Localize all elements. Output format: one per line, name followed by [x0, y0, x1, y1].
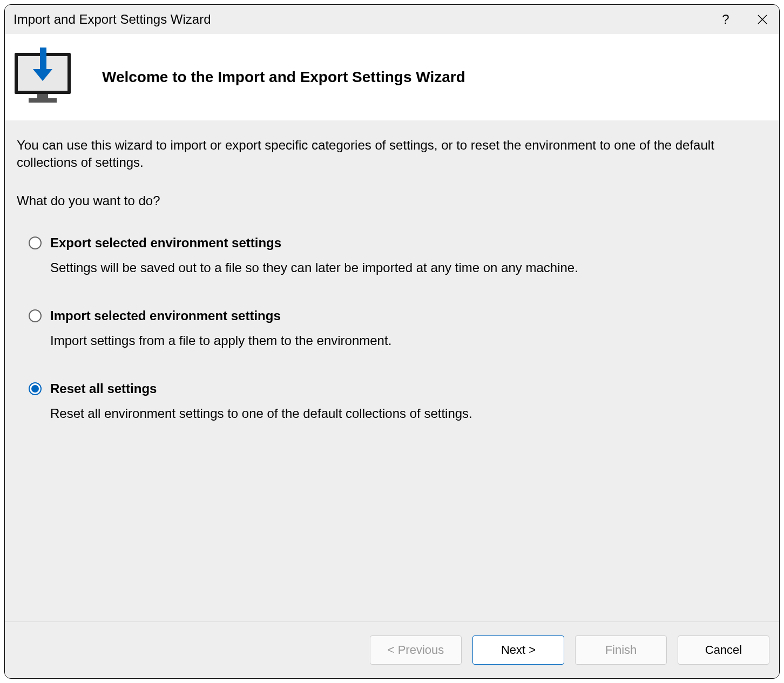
wizard-dialog: Import and Export Settings Wizard ? [4, 4, 780, 679]
help-button[interactable]: ? [718, 11, 734, 28]
radio-reset[interactable] [29, 382, 42, 395]
option-title: Reset all settings [50, 381, 157, 396]
finish-button[interactable]: Finish [575, 635, 667, 665]
radio-export[interactable] [29, 236, 42, 249]
option-title: Export selected environment settings [50, 235, 281, 251]
page-title: Welcome to the Import and Export Setting… [102, 69, 465, 86]
options-group: Export selected environment settings Set… [17, 235, 767, 422]
header-section: Welcome to the Import and Export Setting… [5, 34, 779, 120]
close-button[interactable] [754, 11, 771, 28]
option-desc: Import settings from a file to apply the… [29, 332, 767, 349]
svg-rect-5 [29, 98, 57, 103]
option-header: Import selected environment settings [29, 308, 767, 323]
radio-import[interactable] [29, 309, 42, 322]
prompt-text: What do you want to do? [17, 193, 767, 208]
option-header: Reset all settings [29, 381, 767, 396]
intro-text: You can use this wizard to import or exp… [17, 137, 767, 172]
cancel-button[interactable]: Cancel [678, 635, 769, 665]
option-title: Import selected environment settings [50, 308, 281, 323]
previous-button[interactable]: < Previous [370, 635, 462, 665]
option-import: Import selected environment settings Imp… [29, 308, 767, 349]
content-section: You can use this wizard to import or exp… [5, 120, 779, 621]
option-header: Export selected environment settings [29, 235, 767, 251]
option-desc: Reset all environment settings to one of… [29, 405, 767, 422]
svg-rect-6 [40, 48, 46, 71]
svg-rect-4 [37, 94, 48, 98]
button-bar: < Previous Next > Finish Cancel [5, 621, 779, 678]
option-reset: Reset all settings Reset all environment… [29, 381, 767, 422]
dialog-title: Import and Export Settings Wizard [13, 12, 211, 27]
option-export: Export selected environment settings Set… [29, 235, 767, 276]
titlebar-buttons: ? [718, 11, 771, 28]
close-icon [758, 15, 767, 24]
wizard-icon [10, 48, 75, 107]
option-desc: Settings will be saved out to a file so … [29, 259, 767, 276]
next-button[interactable]: Next > [472, 635, 564, 665]
titlebar: Import and Export Settings Wizard ? [5, 5, 779, 34]
